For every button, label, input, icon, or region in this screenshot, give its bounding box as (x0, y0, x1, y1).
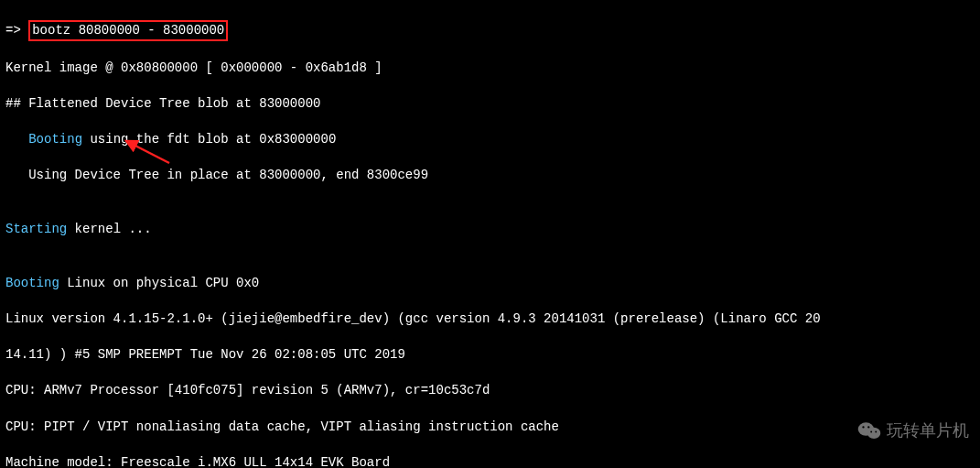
prompt-arrow: => (5, 23, 28, 38)
starting-kernel-line: Starting kernel ... (5, 221, 975, 239)
watermark: 玩转单片机 (857, 419, 969, 442)
svg-point-4 (862, 427, 864, 429)
log-line: Using Device Tree in place at 83000000, … (5, 167, 975, 185)
log-line: CPU: PIPT / VIPT nonaliasing data cache,… (5, 419, 975, 437)
command-line: => bootz 80800000 - 83000000 (5, 20, 975, 42)
log-line: 14.11) ) #5 SMP PREEMPT Tue Nov 26 02:08… (5, 346, 975, 365)
log-line: ## Flattened Device Tree blob at 8300000… (5, 95, 975, 114)
log-line: Linux version 4.1.15-2.1.0+ (jiejie@embe… (5, 310, 975, 329)
log-line: CPU: ARMv7 Processor [410fc075] revision… (5, 382, 975, 400)
watermark-text: 玩转单片机 (887, 419, 969, 442)
svg-point-6 (870, 431, 872, 433)
svg-point-3 (867, 428, 880, 439)
log-line: Booting using the fdt blob at 0x83000000 (5, 131, 975, 149)
booting-keyword: Booting (5, 276, 59, 290)
svg-point-7 (875, 431, 877, 433)
command-highlight: bootz 80800000 - 83000000 (28, 20, 228, 42)
svg-point-5 (867, 427, 869, 429)
terminal-output: => bootz 80800000 - 83000000 Kernel imag… (0, 0, 980, 468)
starting-keyword: Starting (5, 222, 67, 236)
log-line: Machine model: Freescale i.MX6 ULL 14x14… (5, 454, 975, 468)
wechat-icon (857, 420, 881, 441)
booting-keyword: Booting (28, 132, 82, 147)
log-line: Kernel image @ 0x80800000 [ 0x000000 - 0… (5, 60, 975, 78)
booting-linux-line: Booting Linux on physical CPU 0x0 (5, 275, 975, 293)
